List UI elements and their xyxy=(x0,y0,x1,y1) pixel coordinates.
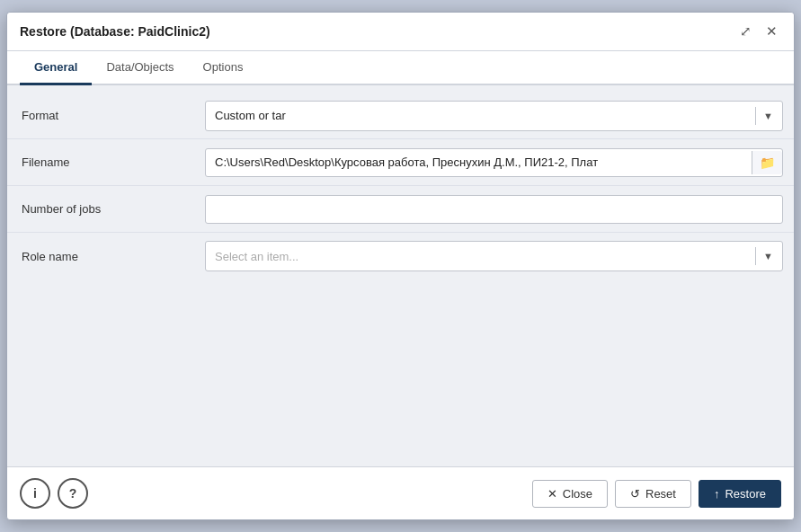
footer-left: i ? xyxy=(20,478,88,509)
format-chevron-icon: ▼ xyxy=(763,111,773,121)
filename-browse-button[interactable]: 📁 xyxy=(752,151,782,174)
role-select-divider xyxy=(755,247,756,265)
role-label: Role name xyxy=(7,250,205,263)
tab-options[interactable]: Options xyxy=(189,51,258,85)
filename-field-group: C:\Users\Red\Desktop\Курсовая работа, Пр… xyxy=(205,148,783,177)
role-row: Role name Select an item... ▼ xyxy=(7,233,794,279)
close-titlebar-icon: ✕ xyxy=(766,23,778,40)
filename-label: Filename xyxy=(7,155,205,169)
close-button[interactable]: ✕ Close xyxy=(532,480,608,508)
help-icon: ? xyxy=(69,486,77,501)
format-select-divider xyxy=(755,107,756,125)
restore-label: Restore xyxy=(725,487,766,501)
info-button[interactable]: i xyxy=(20,478,50,509)
footer-right: ✕ Close ↺ Reset ↑ Restore xyxy=(532,480,781,508)
format-control-wrap: Custom or tar ▼ xyxy=(205,93,794,138)
tab-general[interactable]: General xyxy=(20,51,92,85)
filename-text: C:\Users\Red\Desktop\Курсовая работа, Пр… xyxy=(206,150,752,174)
dialog-footer: i ? ✕ Close ↺ Reset ↑ Restore xyxy=(7,466,794,519)
close-label: Close xyxy=(563,487,592,501)
filename-control-wrap: C:\Users\Red\Desktop\Курсовая работа, Пр… xyxy=(205,141,794,184)
jobs-input[interactable] xyxy=(205,195,783,224)
jobs-label: Number of jobs xyxy=(7,202,205,216)
role-select-arrow-group: ▼ xyxy=(748,247,773,265)
role-select[interactable]: Select an item... ▼ xyxy=(205,241,783,271)
filename-row: Filename C:\Users\Red\Desktop\Курсовая р… xyxy=(7,139,794,186)
tabs-bar: General Data/Objects Options xyxy=(7,51,794,85)
reset-button[interactable]: ↺ Reset xyxy=(615,480,691,508)
jobs-row: Number of jobs xyxy=(7,186,794,233)
restore-icon: ↑ xyxy=(714,487,720,501)
tab-data-objects[interactable]: Data/Objects xyxy=(92,51,188,85)
format-select-value: Custom or tar xyxy=(215,109,286,122)
help-button[interactable]: ? xyxy=(58,478,88,509)
dialog-body: Format Custom or tar ▼ Filename xyxy=(7,85,794,466)
info-icon: i xyxy=(33,486,37,501)
jobs-control-wrap xyxy=(205,188,794,231)
empty-area xyxy=(7,287,794,466)
format-select[interactable]: Custom or tar ▼ xyxy=(205,101,783,131)
maximize-icon: ⤢ xyxy=(740,23,752,40)
restore-dialog: Restore (Database: PaidClinic2) ⤢ ✕ Gene… xyxy=(6,12,795,520)
close-icon: ✕ xyxy=(547,487,557,501)
role-chevron-icon: ▼ xyxy=(763,251,773,262)
close-titlebar-button[interactable]: ✕ xyxy=(762,22,781,41)
titlebar-icons: ⤢ ✕ xyxy=(736,22,781,41)
form-section: Format Custom or tar ▼ Filename xyxy=(7,85,794,287)
format-label: Format xyxy=(7,109,205,122)
format-row: Format Custom or tar ▼ xyxy=(7,93,794,139)
dialog-title: Restore (Database: PaidClinic2) xyxy=(20,24,210,39)
reset-icon: ↺ xyxy=(630,487,640,501)
role-control-wrap: Select an item... ▼ xyxy=(205,234,794,279)
reset-label: Reset xyxy=(645,487,676,501)
role-select-placeholder: Select an item... xyxy=(215,250,298,263)
format-select-arrow-group: ▼ xyxy=(748,107,773,125)
titlebar: Restore (Database: PaidClinic2) ⤢ ✕ xyxy=(7,13,794,51)
restore-button[interactable]: ↑ Restore xyxy=(699,480,781,508)
folder-icon: 📁 xyxy=(760,155,775,170)
maximize-button[interactable]: ⤢ xyxy=(736,22,755,41)
